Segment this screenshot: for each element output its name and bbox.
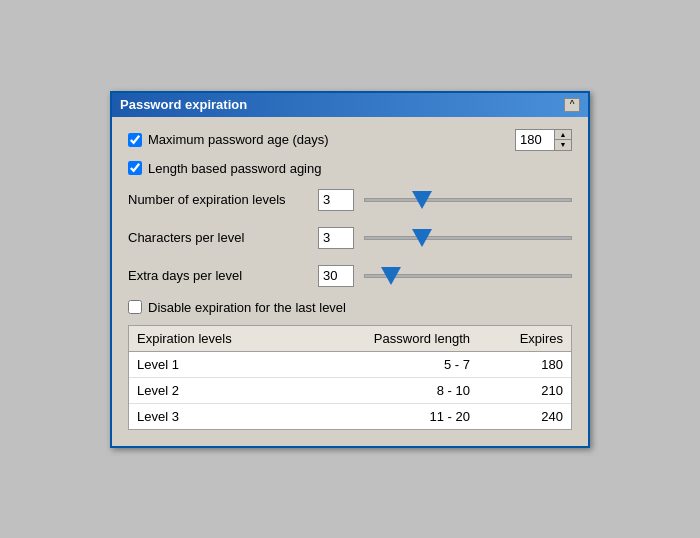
max-password-checkbox[interactable] [128, 133, 142, 147]
chars-slider-thumb[interactable] [412, 229, 432, 247]
title-bar-button[interactable]: ^ [564, 98, 580, 112]
extra-days-slider-thumb[interactable] [381, 267, 401, 285]
table-row: Level 3 11 - 20 240 [129, 403, 571, 429]
extra-days-slider-wrap [364, 262, 572, 290]
table-header-row: Expiration levels Password length Expire… [129, 326, 571, 352]
col-header-length: Password length [302, 326, 478, 352]
max-password-spin-down[interactable]: ▼ [555, 140, 571, 150]
dialog-content: Maximum password age (days) ▲ ▼ Length b… [112, 117, 588, 446]
max-password-input-wrap: ▲ ▼ [515, 129, 572, 151]
expiration-table-container: Expiration levels Password length Expire… [128, 325, 572, 430]
max-password-label[interactable]: Maximum password age (days) [128, 132, 329, 147]
password-expiration-dialog: Password expiration ^ Maximum password a… [110, 91, 590, 448]
expiration-table: Expiration levels Password length Expire… [129, 326, 571, 429]
disable-last-checkbox[interactable] [128, 300, 142, 314]
chars-row: Characters per level [128, 224, 572, 252]
cell-level: Level 2 [129, 377, 302, 403]
max-password-input[interactable] [515, 129, 555, 151]
col-header-expires: Expires [478, 326, 571, 352]
cell-range: 11 - 20 [302, 403, 478, 429]
table-row: Level 1 5 - 7 180 [129, 351, 571, 377]
table-row: Level 2 8 - 10 210 [129, 377, 571, 403]
chars-label: Characters per level [128, 230, 318, 245]
col-header-level: Expiration levels [129, 326, 302, 352]
levels-row: Number of expiration levels [128, 186, 572, 214]
chars-slider-wrap [364, 224, 572, 252]
levels-slider-thumb[interactable] [412, 191, 432, 209]
cell-expires: 210 [478, 377, 571, 403]
length-based-label[interactable]: Length based password aging [128, 161, 321, 176]
length-based-row: Length based password aging [128, 161, 572, 176]
chars-value[interactable] [318, 227, 354, 249]
extra-days-row: Extra days per level [128, 262, 572, 290]
max-password-spin-up[interactable]: ▲ [555, 130, 571, 141]
cell-expires: 180 [478, 351, 571, 377]
max-password-spinners: ▲ ▼ [555, 129, 572, 151]
levels-label: Number of expiration levels [128, 192, 318, 207]
extra-days-value[interactable] [318, 265, 354, 287]
disable-last-label[interactable]: Disable expiration for the last level [128, 300, 346, 315]
cell-level: Level 3 [129, 403, 302, 429]
cell-level: Level 1 [129, 351, 302, 377]
cell-expires: 240 [478, 403, 571, 429]
levels-slider-wrap [364, 186, 572, 214]
cell-range: 5 - 7 [302, 351, 478, 377]
dialog-title: Password expiration [120, 97, 247, 112]
max-password-row: Maximum password age (days) ▲ ▼ [128, 129, 572, 151]
length-based-checkbox[interactable] [128, 161, 142, 175]
disable-last-row: Disable expiration for the last level [128, 300, 572, 315]
title-bar: Password expiration ^ [112, 93, 588, 117]
chars-slider-track [364, 236, 572, 240]
cell-range: 8 - 10 [302, 377, 478, 403]
levels-slider-track [364, 198, 572, 202]
levels-value[interactable] [318, 189, 354, 211]
extra-days-label: Extra days per level [128, 268, 318, 283]
